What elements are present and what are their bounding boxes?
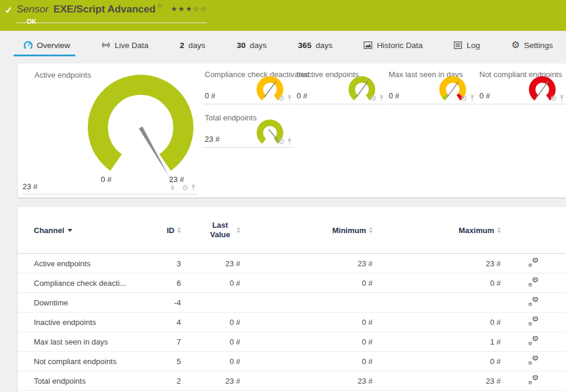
gauge-settings-gear-icon[interactable]: ⚙ <box>278 94 285 102</box>
pin-icon[interactable] <box>559 95 565 102</box>
column-header-channel[interactable]: Channel <box>18 226 148 235</box>
gauge-card-actions: ⚙ <box>182 184 196 192</box>
channel-id: 4 <box>148 318 181 327</box>
maximum-value: 1 # <box>373 337 501 346</box>
last-value: 0 # <box>181 357 240 366</box>
gear-icon: ⚙ <box>511 40 520 50</box>
sensor-status-text: OK <box>27 18 37 25</box>
channel-settings-icon[interactable]: ⚙⚙ <box>528 258 539 267</box>
header-label: Channel <box>34 226 64 235</box>
tab-2-days[interactable]: 2days <box>180 31 205 59</box>
tab-365-days[interactable]: 365days <box>298 31 332 59</box>
channel-id: 7 <box>148 337 181 346</box>
pin-icon[interactable] <box>287 138 292 145</box>
table-row-active-endpoints[interactable]: Active endpoints 3 23 # 23 # 23 # ⚙⚙ <box>18 254 566 273</box>
table-row-not-compliant[interactable]: Not compliant endpoints 5 0 # 0 # 0 # ⚙⚙ <box>18 352 566 371</box>
tab-30-days[interactable]: 30days <box>237 31 267 59</box>
last-value: 0 # <box>181 318 240 327</box>
stars-empty: ☆☆ <box>193 5 208 13</box>
gauge-card-actions: ⚙ <box>460 94 475 102</box>
tab-unit: days <box>316 41 333 50</box>
tab-label: Live Data <box>115 41 148 50</box>
object-kind-label: Sensor <box>17 4 49 15</box>
channel-name: Active endpoints <box>18 259 148 268</box>
channel-settings-icon[interactable]: ⚙⚙ <box>528 336 539 346</box>
channels-table-panel: Channel ID Last Value Minimum Maximum Ac… <box>18 207 566 392</box>
channel-settings-icon[interactable]: ⚙⚙ <box>528 375 539 385</box>
column-header-last-value[interactable]: Last Value <box>181 221 240 240</box>
column-header-maximum[interactable]: Maximum <box>373 226 501 235</box>
maximum-value: 0 # <box>373 357 501 366</box>
maximum-value: 0 # <box>373 318 501 327</box>
sort-icon <box>497 227 501 233</box>
tab-settings[interactable]: ⚙ Settings <box>511 31 553 59</box>
gauge-card-active-endpoints: Active endpoints x̄ 0 # 23 # 23 # ⚙ <box>18 63 200 197</box>
header-label: Maximum <box>459 226 494 235</box>
gauge-value: 23 # <box>205 135 220 144</box>
gauge-max-label: 23 # <box>169 175 184 184</box>
tab-live-data[interactable]: Live Data <box>101 31 148 59</box>
last-value: 0 # <box>181 337 240 346</box>
gauges-panel: Active endpoints x̄ 0 # 23 # 23 # ⚙ Comp… <box>18 63 566 197</box>
gauge-value: 0 # <box>297 91 307 100</box>
pin-icon[interactable] <box>190 184 196 192</box>
channel-name: Total endpoints <box>18 377 148 385</box>
minimum-value: 23 # <box>240 377 373 385</box>
gauge-card-actions: ⚙ <box>550 94 565 102</box>
gauge-settings-gear-icon[interactable]: ⚙ <box>182 184 189 192</box>
minimum-value: 0 # <box>240 318 373 327</box>
priority-stars[interactable]: ★★★☆☆ <box>171 5 207 13</box>
last-value: 23 # <box>181 377 240 385</box>
gauge-settings-gear-icon[interactable]: ⚙ <box>278 138 285 145</box>
sort-down-arrow-icon <box>68 229 72 232</box>
channel-id: 2 <box>148 377 181 385</box>
column-header-id[interactable]: ID <box>148 226 181 235</box>
gauge-min-label: 0 # <box>101 175 112 184</box>
flag-icon[interactable]: ⚐ <box>157 3 163 9</box>
tab-number: 365 <box>298 41 311 50</box>
channel-name: Compliance check deacti... <box>18 279 148 288</box>
pin-icon[interactable] <box>379 95 384 102</box>
tab-unit: days <box>189 41 206 50</box>
sensor-title: EXE/Script Advanced <box>53 4 155 15</box>
gauge-settings-gear-icon[interactable]: ⚙ <box>550 94 557 102</box>
column-header-minimum[interactable]: Minimum <box>240 226 373 235</box>
gauge-card-compliance-check-deactivated: Compliance check deactivated 0 # ⚙ <box>203 63 294 104</box>
minimum-value: 0 # <box>240 337 373 346</box>
table-row-inactive-endpoints[interactable]: Inactive endpoints 4 0 # 0 # 0 # ⚙⚙ <box>18 313 566 332</box>
gauge-card-actions: ⚙ <box>278 138 292 145</box>
channel-id: -4 <box>148 298 181 307</box>
tab-label: Log <box>466 41 480 50</box>
tab-label: Settings <box>524 41 553 50</box>
gauge-card-total-endpoints: Total endpoints 23 # ⚙ <box>203 107 294 148</box>
channel-settings-icon[interactable]: ⚙⚙ <box>528 317 539 326</box>
active-endpoints-gauge: x̄ <box>46 71 230 193</box>
tab-label: Historic Data <box>377 41 422 50</box>
gauge-title: Total endpoints <box>205 113 256 122</box>
tab-log[interactable]: Log <box>454 31 480 59</box>
channel-settings-icon[interactable]: ⚙⚙ <box>528 297 539 307</box>
cell-divider <box>23 194 198 195</box>
table-row-total-endpoints[interactable]: Total endpoints 2 23 # 23 # 23 # ⚙⚙ <box>18 371 566 391</box>
table-row-compliance-check[interactable]: Compliance check deacti... 6 0 # 0 # 0 #… <box>18 273 566 293</box>
gauge-value: 0 # <box>389 91 399 100</box>
tab-number: 2 <box>180 41 185 50</box>
pin-icon[interactable] <box>287 95 292 102</box>
gauge-card-actions: ⚙ <box>278 94 292 102</box>
maximum-value: 23 # <box>373 377 501 385</box>
tab-historic-data[interactable]: Historic Data <box>364 31 422 59</box>
gauge-settings-gear-icon[interactable]: ⚙ <box>370 94 377 102</box>
gauge-settings-gear-icon[interactable]: ⚙ <box>460 94 468 102</box>
tab-unit: days <box>250 41 267 50</box>
channel-settings-icon[interactable]: ⚙⚙ <box>528 278 539 287</box>
header-label: Minimum <box>332 226 366 235</box>
channel-settings-icon[interactable]: ⚙⚙ <box>528 356 539 365</box>
gauge-value: 0 # <box>205 91 215 100</box>
channel-name: Downtime <box>18 298 148 307</box>
gauge-value: 0 # <box>479 91 490 100</box>
tab-overview[interactable]: Overview <box>24 31 70 59</box>
table-row-max-last-seen[interactable]: Max last seen in days 7 0 # 0 # 1 # ⚙⚙ <box>18 332 566 352</box>
minimum-value: 0 # <box>240 279 373 288</box>
table-row-downtime[interactable]: Downtime -4 ⚙⚙ <box>18 293 566 313</box>
pin-icon[interactable] <box>469 95 475 102</box>
